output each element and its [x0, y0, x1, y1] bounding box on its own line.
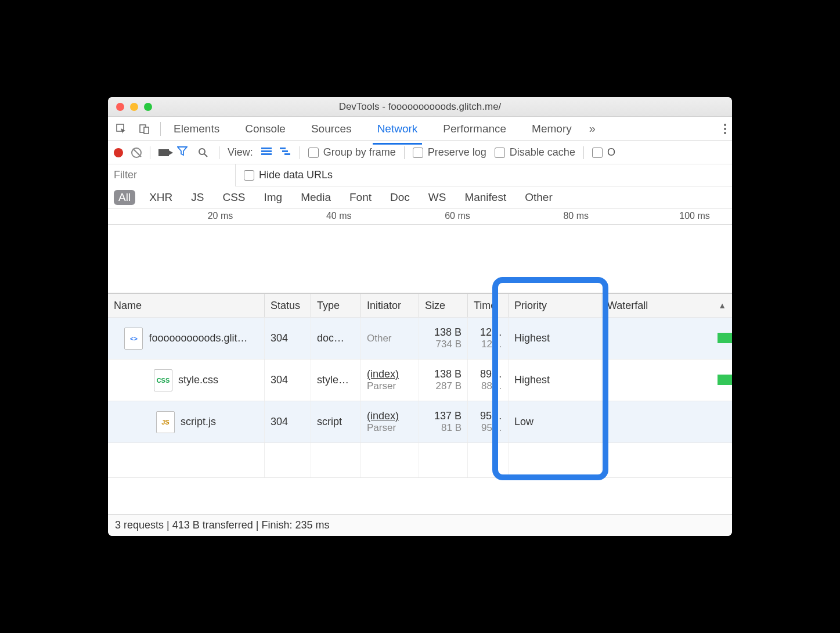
- window-title: DevTools - foooooooooods.glitch.me/: [108, 101, 732, 113]
- kebab-menu-icon[interactable]: [724, 124, 726, 134]
- tab-console[interactable]: Console: [240, 119, 290, 139]
- timeline-overview[interactable]: [108, 225, 732, 293]
- requests-table: Name Status Type Initiator Size Time Pri…: [108, 293, 732, 514]
- type-filter-img[interactable]: Img: [259, 190, 287, 205]
- preserve-log-toggle[interactable]: Preserve log: [413, 146, 486, 159]
- col-name[interactable]: Name: [108, 294, 265, 317]
- cell-waterfall: [601, 318, 732, 359]
- tab-memory[interactable]: Memory: [527, 119, 576, 139]
- doc-file-icon: <>: [124, 328, 143, 350]
- checkbox-icon[interactable]: [592, 148, 603, 158]
- filter-bar: Hide data URLs: [108, 164, 732, 186]
- status-bar: 3 requests | 413 B transferred | Finish:…: [108, 514, 732, 536]
- css-file-icon: CSS: [154, 369, 172, 391]
- col-priority[interactable]: Priority: [509, 294, 601, 317]
- cell-type: script: [311, 401, 361, 443]
- cell-type: doc…: [311, 318, 361, 359]
- svg-rect-2: [144, 127, 149, 134]
- type-filter-all[interactable]: All: [114, 190, 135, 205]
- tab-sources[interactable]: Sources: [307, 119, 356, 139]
- hide-data-urls-toggle[interactable]: Hide data URLs: [244, 169, 333, 181]
- network-toolbar: View: Group by frame Preserve log Disabl…: [108, 141, 732, 164]
- tab-network[interactable]: Network: [373, 119, 423, 145]
- cell-priority: Highest: [509, 359, 601, 401]
- col-status[interactable]: Status: [265, 294, 311, 317]
- resource-type-filter: AllXHRJSCSSImgMediaFontDocWSManifestOthe…: [108, 186, 732, 208]
- type-filter-css[interactable]: CSS: [218, 190, 250, 205]
- more-tabs-icon[interactable]: »: [589, 122, 596, 135]
- record-button[interactable]: [114, 148, 123, 157]
- cell-time: 12…12…: [468, 318, 509, 359]
- search-icon[interactable]: [196, 145, 211, 160]
- disable-cache-toggle[interactable]: Disable cache: [495, 146, 575, 159]
- svg-rect-7: [261, 153, 272, 155]
- table-header: Name Status Type Initiator Size Time Pri…: [108, 293, 732, 318]
- checkbox-icon[interactable]: [413, 148, 423, 158]
- cell-waterfall: [601, 359, 732, 401]
- cell-priority: Low: [509, 401, 601, 443]
- request-name: script.js: [181, 416, 216, 428]
- titlebar: DevTools - foooooooooods.glitch.me/: [108, 97, 732, 117]
- cell-waterfall: [601, 401, 732, 443]
- type-filter-media[interactable]: Media: [296, 190, 336, 205]
- svg-rect-8: [280, 148, 286, 149]
- svg-rect-10: [284, 153, 290, 155]
- cell-initiator: Other: [361, 318, 419, 359]
- tab-elements[interactable]: Elements: [169, 119, 224, 139]
- group-by-frame-toggle[interactable]: Group by frame: [308, 146, 396, 159]
- svg-point-3: [199, 149, 205, 154]
- type-filter-manifest[interactable]: Manifest: [460, 190, 511, 205]
- cell-initiator: (index)Parser: [361, 359, 419, 401]
- divider: [160, 122, 161, 136]
- request-name: foooooooooods.glit…: [149, 332, 247, 344]
- cell-time: 89…88…: [468, 359, 509, 401]
- cell-size: 138 B734 B: [419, 318, 468, 359]
- cell-status: 304: [265, 359, 311, 401]
- cell-initiator: (index)Parser: [361, 401, 419, 443]
- type-filter-doc[interactable]: Doc: [385, 190, 414, 205]
- cell-priority: Highest: [509, 318, 601, 359]
- checkbox-icon[interactable]: [495, 148, 505, 158]
- cell-type: style…: [311, 359, 361, 401]
- device-toggle-icon[interactable]: [137, 121, 152, 136]
- svg-rect-9: [282, 150, 288, 152]
- status-text: 3 requests | 413 B transferred | Finish:…: [115, 519, 330, 531]
- type-filter-font[interactable]: Font: [345, 190, 376, 205]
- view-label: View:: [228, 146, 253, 159]
- cell-time: 95…95…: [468, 401, 509, 443]
- cell-size: 137 B81 B: [419, 401, 468, 443]
- svg-rect-5: [261, 148, 272, 149]
- col-waterfall[interactable]: Waterfall ▲: [601, 294, 732, 317]
- checkbox-icon[interactable]: [244, 170, 254, 181]
- cell-status: 304: [265, 318, 311, 359]
- tab-performance[interactable]: Performance: [438, 119, 511, 139]
- waterfall-view-icon[interactable]: [280, 146, 291, 159]
- svg-line-4: [204, 154, 207, 157]
- screenshot-icon[interactable]: [158, 149, 169, 156]
- type-filter-other[interactable]: Other: [520, 190, 557, 205]
- checkbox-icon[interactable]: [308, 148, 319, 158]
- inspect-icon[interactable]: [114, 121, 129, 136]
- type-filter-ws[interactable]: WS: [424, 190, 451, 205]
- clear-button[interactable]: [131, 148, 142, 158]
- filter-input[interactable]: [108, 164, 236, 186]
- table-row[interactable]: JS script.js 304 script (index)Parser 13…: [108, 401, 732, 443]
- large-rows-icon[interactable]: [261, 146, 272, 159]
- svg-rect-6: [261, 150, 272, 152]
- col-time[interactable]: Time: [468, 294, 509, 317]
- timeline-ruler[interactable]: 20 ms40 ms60 ms80 ms100 ms: [108, 208, 732, 225]
- offline-toggle[interactable]: O: [592, 146, 615, 159]
- js-file-icon: JS: [156, 411, 175, 433]
- cell-size: 138 B287 B: [419, 359, 468, 401]
- sort-indicator-icon: ▲: [718, 301, 726, 310]
- col-initiator[interactable]: Initiator: [361, 294, 419, 317]
- table-row[interactable]: CSS style.css 304 style… (index)Parser 1…: [108, 359, 732, 401]
- panel-tabs: ElementsConsoleSourcesNetworkPerformance…: [108, 117, 732, 141]
- request-name: style.css: [178, 374, 218, 386]
- type-filter-xhr[interactable]: XHR: [145, 190, 177, 205]
- table-row[interactable]: <> foooooooooods.glit… 304 doc… Other 13…: [108, 318, 732, 359]
- col-size[interactable]: Size: [419, 294, 468, 317]
- filter-toggle-icon[interactable]: [177, 146, 188, 159]
- type-filter-js[interactable]: JS: [186, 190, 208, 205]
- col-type[interactable]: Type: [311, 294, 361, 317]
